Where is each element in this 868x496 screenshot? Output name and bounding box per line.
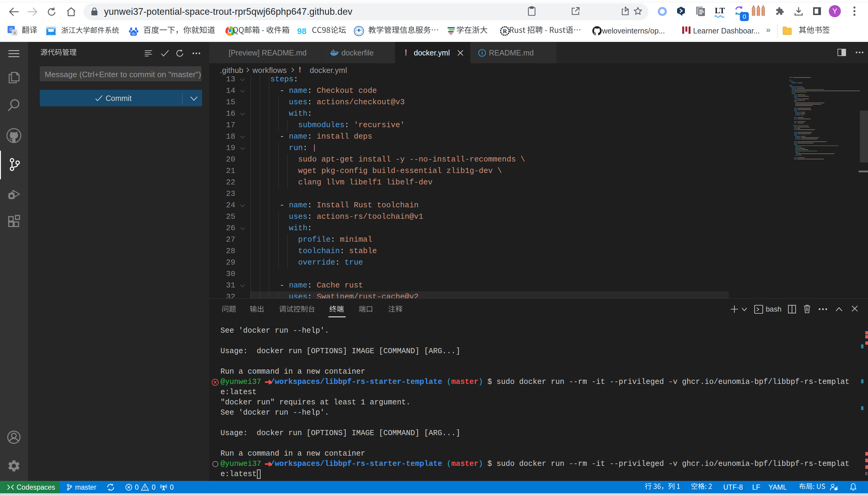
svg-text:R: R [503,28,507,34]
svg-text:du: du [132,32,135,35]
svg-text:a: a [14,30,16,35]
svg-text:98: 98 [297,27,306,35]
